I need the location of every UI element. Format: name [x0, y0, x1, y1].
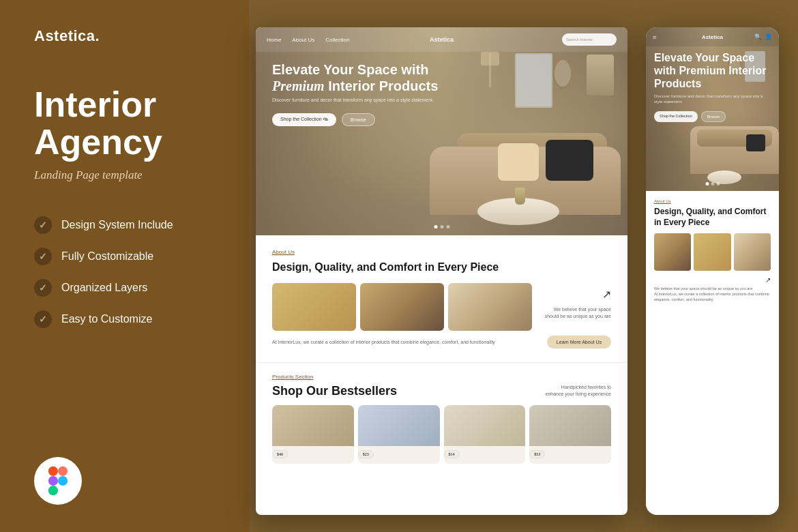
about-quote: We believe that your space should be as …: [543, 306, 611, 320]
main-title: InteriorAgency: [34, 86, 215, 160]
mobile-hero-buttons: Shop the Collection Browse: [654, 111, 771, 122]
products-header: Shop Our Bestsellers Handpicked favorite…: [272, 384, 611, 398]
svg-rect-0: [48, 467, 58, 476]
check-icon-4: [34, 310, 52, 328]
mobile-browse-button[interactable]: Browse: [701, 111, 726, 122]
nav-search-bar[interactable]: Search Interior: [562, 33, 617, 46]
hero-title-suffix: Interior Products: [328, 78, 438, 93]
nav-home[interactable]: Home: [267, 37, 281, 43]
product-price-1: $40: [272, 450, 288, 458]
feature-item: Fully Costomizable: [34, 248, 215, 265]
mobile-nav-right: 🔍 👤: [754, 33, 772, 40]
mobile-about-images: [654, 233, 771, 271]
pillow-2: [498, 143, 539, 181]
dot-1[interactable]: [434, 225, 437, 228]
desktop-hero-section: Home About Us Collection Astetica Search…: [256, 27, 627, 235]
desktop-products-section: Products Section Shop Our Bestsellers Ha…: [256, 363, 627, 475]
products-section-label: Products Section: [272, 374, 611, 380]
products-title: Shop Our Bestsellers: [272, 384, 397, 398]
search-placeholder: Search Interior: [566, 38, 593, 42]
nav-logo: Astetica: [430, 36, 454, 43]
about-title: Design, Quality, and Comfort in Every Pi…: [272, 261, 532, 275]
mobile-hero-description: Discover furniture and decor that transf…: [654, 93, 771, 105]
desktop-mockup: Home About Us Collection Astetica Search…: [256, 27, 627, 515]
features-list: Design System Include Fully Costomizable…: [34, 216, 215, 342]
nav-collection[interactable]: Collection: [325, 37, 349, 43]
check-icon-2: [34, 248, 52, 265]
dot-2[interactable]: [440, 225, 443, 228]
mobile-about-img-1: [654, 233, 691, 271]
mobile-about-section: About Us Design, Quality, and Comfort in…: [646, 191, 779, 310]
desktop-nav: Home About Us Collection Astetica Search…: [256, 27, 627, 52]
svg-rect-1: [58, 467, 68, 476]
wall-decor: [587, 55, 614, 95]
product-card-1[interactable]: $40: [272, 405, 354, 464]
product-price-2: $23: [358, 450, 374, 458]
lamp-shade: [481, 52, 499, 65]
brand-name: Astetica.: [34, 27, 215, 45]
desktop-hero-title: Elevate Your Space with Premium Interior…: [272, 61, 449, 94]
mobile-hero-section: ≡ Astetica 🔍 👤 Elevate Your Space with P…: [646, 27, 779, 191]
feature-text-1: Design System Include: [61, 219, 173, 231]
mobile-about-label: About Us: [654, 199, 771, 203]
check-icon-1: [34, 216, 52, 234]
check-icon-3: [34, 279, 52, 297]
products-grid: $40 $23 $14 $53: [272, 405, 611, 464]
product-card-3[interactable]: $14: [444, 405, 526, 464]
about-content: Design, Quality, and Comfort in Every Pi…: [272, 261, 611, 349]
desktop-about-section: About Us Design, Quality, and Comfort in…: [256, 235, 627, 363]
svg-rect-3: [48, 486, 58, 495]
mobile-about-title: Design, Quality, and Comfort in Every Pi…: [654, 207, 771, 228]
mobile-about-img-2: [694, 233, 730, 271]
dot-3[interactable]: [446, 225, 449, 228]
about-images: [272, 283, 532, 331]
about-img-3: [448, 283, 532, 331]
mobile-menu-icon[interactable]: ≡: [653, 33, 657, 41]
about-right: ↗ We believe that your space should be a…: [543, 261, 611, 349]
feature-item: Organized Layers: [34, 279, 215, 297]
product-price-3: $14: [444, 450, 460, 458]
desktop-hero-content: Elevate Your Space with Premium Interior…: [272, 61, 449, 126]
mobile-hero-content: Elevate Your Space with Premium Interior…: [654, 51, 771, 122]
mobile-shop-button[interactable]: Shop the Collection: [654, 111, 698, 122]
product-card-2[interactable]: $23: [358, 405, 440, 464]
about-section-label: About Us: [272, 249, 611, 255]
left-panel: Astetica. InteriorAgency Landing Page te…: [0, 0, 249, 532]
about-left: Design, Quality, and Comfort in Every Pi…: [272, 261, 532, 349]
mobile-about-quote: We believe that your space should be as …: [654, 286, 771, 292]
mobile-arrow-icon: ↗: [654, 276, 771, 284]
mobile-dot-3[interactable]: [716, 182, 720, 186]
products-subtitle: Handpicked favorites to enhance your liv…: [543, 384, 611, 398]
desktop-hero-description: Discover furniture and decor that transf…: [272, 97, 449, 104]
product-price-4: $53: [529, 450, 545, 458]
hero-carousel-dots: [434, 225, 449, 228]
mobile-logo: Astetica: [702, 34, 723, 40]
nav-about[interactable]: About Us: [292, 37, 314, 43]
feature-text-2: Fully Costomizable: [61, 250, 153, 263]
shop-collection-button[interactable]: Shop the Collection 🛍: [272, 113, 336, 126]
learn-more-button[interactable]: Learn More About Us: [547, 336, 611, 349]
about-img-2: [360, 283, 444, 331]
mobile-user-icon[interactable]: 👤: [765, 33, 772, 40]
product-img-2: [358, 405, 440, 446]
desktop-hero-buttons: Shop the Collection 🛍 Browse: [272, 113, 449, 126]
mobile-mockup: ≡ Astetica 🔍 👤 Elevate Your Space with P…: [646, 27, 779, 515]
mirror-decoration: [552, 58, 573, 89]
mobile-hero-title: Elevate Your Space with Premium Interior…: [654, 51, 771, 91]
mobile-carousel-dots: [705, 182, 720, 186]
about-description: At InteriorLux, we curate a collection o…: [272, 339, 532, 346]
mobile-nav: ≡ Astetica 🔍 👤: [646, 27, 779, 46]
svg-point-4: [58, 476, 68, 486]
product-img-4: [529, 405, 611, 446]
mobile-about-img-3: [734, 233, 771, 271]
product-card-4[interactable]: $53: [529, 405, 611, 464]
figma-logo: [34, 457, 82, 505]
mobile-dot-1[interactable]: [705, 182, 709, 186]
mobile-dot-2[interactable]: [711, 182, 714, 186]
product-img-3: [444, 405, 526, 446]
browse-button[interactable]: Browse: [342, 113, 375, 126]
hero-italic: Premium: [272, 78, 325, 93]
feature-text-4: Easy to Customize: [61, 313, 152, 325]
nav-links: Home About Us Collection: [267, 37, 349, 43]
mobile-search-icon[interactable]: 🔍: [754, 33, 762, 40]
